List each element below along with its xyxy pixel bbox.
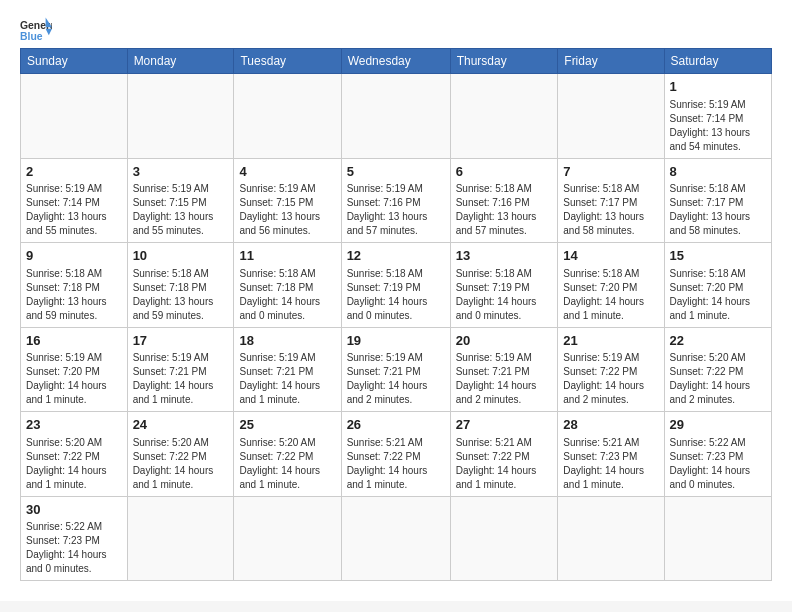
day-number: 9 bbox=[26, 247, 122, 265]
calendar-cell: 3Sunrise: 5:19 AM Sunset: 7:15 PM Daylig… bbox=[127, 158, 234, 243]
calendar-cell: 6Sunrise: 5:18 AM Sunset: 7:16 PM Daylig… bbox=[450, 158, 558, 243]
day-info: Sunrise: 5:18 AM Sunset: 7:18 PM Dayligh… bbox=[133, 267, 229, 323]
header: General Blue bbox=[20, 16, 772, 44]
day-number: 5 bbox=[347, 163, 445, 181]
day-info: Sunrise: 5:20 AM Sunset: 7:22 PM Dayligh… bbox=[670, 351, 766, 407]
day-number: 27 bbox=[456, 416, 553, 434]
day-number: 19 bbox=[347, 332, 445, 350]
calendar-cell: 28Sunrise: 5:21 AM Sunset: 7:23 PM Dayli… bbox=[558, 412, 664, 497]
calendar-cell bbox=[127, 74, 234, 159]
calendar-cell: 10Sunrise: 5:18 AM Sunset: 7:18 PM Dayli… bbox=[127, 243, 234, 328]
day-number: 21 bbox=[563, 332, 658, 350]
calendar-cell: 9Sunrise: 5:18 AM Sunset: 7:18 PM Daylig… bbox=[21, 243, 128, 328]
calendar-cell: 4Sunrise: 5:19 AM Sunset: 7:15 PM Daylig… bbox=[234, 158, 341, 243]
logo: General Blue bbox=[20, 16, 52, 44]
day-info: Sunrise: 5:19 AM Sunset: 7:21 PM Dayligh… bbox=[239, 351, 335, 407]
day-info: Sunrise: 5:18 AM Sunset: 7:19 PM Dayligh… bbox=[347, 267, 445, 323]
day-number: 22 bbox=[670, 332, 766, 350]
calendar-cell: 5Sunrise: 5:19 AM Sunset: 7:16 PM Daylig… bbox=[341, 158, 450, 243]
weekday-header-saturday: Saturday bbox=[664, 49, 771, 74]
day-number: 24 bbox=[133, 416, 229, 434]
day-info: Sunrise: 5:19 AM Sunset: 7:20 PM Dayligh… bbox=[26, 351, 122, 407]
day-info: Sunrise: 5:19 AM Sunset: 7:14 PM Dayligh… bbox=[26, 182, 122, 238]
day-info: Sunrise: 5:18 AM Sunset: 7:20 PM Dayligh… bbox=[670, 267, 766, 323]
day-number: 4 bbox=[239, 163, 335, 181]
calendar-table: SundayMondayTuesdayWednesdayThursdayFrid… bbox=[20, 48, 772, 581]
day-info: Sunrise: 5:19 AM Sunset: 7:22 PM Dayligh… bbox=[563, 351, 658, 407]
day-info: Sunrise: 5:18 AM Sunset: 7:17 PM Dayligh… bbox=[563, 182, 658, 238]
calendar-cell: 1Sunrise: 5:19 AM Sunset: 7:14 PM Daylig… bbox=[664, 74, 771, 159]
day-info: Sunrise: 5:20 AM Sunset: 7:22 PM Dayligh… bbox=[26, 436, 122, 492]
day-info: Sunrise: 5:21 AM Sunset: 7:23 PM Dayligh… bbox=[563, 436, 658, 492]
calendar-week-4: 16Sunrise: 5:19 AM Sunset: 7:20 PM Dayli… bbox=[21, 327, 772, 412]
calendar-cell bbox=[558, 496, 664, 581]
day-number: 12 bbox=[347, 247, 445, 265]
calendar-cell: 27Sunrise: 5:21 AM Sunset: 7:22 PM Dayli… bbox=[450, 412, 558, 497]
calendar-week-5: 23Sunrise: 5:20 AM Sunset: 7:22 PM Dayli… bbox=[21, 412, 772, 497]
day-number: 26 bbox=[347, 416, 445, 434]
weekday-header-monday: Monday bbox=[127, 49, 234, 74]
day-info: Sunrise: 5:18 AM Sunset: 7:18 PM Dayligh… bbox=[239, 267, 335, 323]
weekday-header-sunday: Sunday bbox=[21, 49, 128, 74]
calendar-cell bbox=[558, 74, 664, 159]
day-info: Sunrise: 5:20 AM Sunset: 7:22 PM Dayligh… bbox=[133, 436, 229, 492]
day-info: Sunrise: 5:18 AM Sunset: 7:20 PM Dayligh… bbox=[563, 267, 658, 323]
day-info: Sunrise: 5:19 AM Sunset: 7:16 PM Dayligh… bbox=[347, 182, 445, 238]
svg-marker-3 bbox=[46, 29, 52, 35]
day-info: Sunrise: 5:19 AM Sunset: 7:15 PM Dayligh… bbox=[133, 182, 229, 238]
calendar-cell: 15Sunrise: 5:18 AM Sunset: 7:20 PM Dayli… bbox=[664, 243, 771, 328]
day-number: 15 bbox=[670, 247, 766, 265]
day-number: 17 bbox=[133, 332, 229, 350]
day-info: Sunrise: 5:18 AM Sunset: 7:17 PM Dayligh… bbox=[670, 182, 766, 238]
calendar-week-3: 9Sunrise: 5:18 AM Sunset: 7:18 PM Daylig… bbox=[21, 243, 772, 328]
calendar-header: SundayMondayTuesdayWednesdayThursdayFrid… bbox=[21, 49, 772, 74]
calendar-cell bbox=[234, 74, 341, 159]
calendar-cell bbox=[21, 74, 128, 159]
weekday-header-friday: Friday bbox=[558, 49, 664, 74]
calendar-cell bbox=[450, 496, 558, 581]
day-number: 25 bbox=[239, 416, 335, 434]
day-info: Sunrise: 5:19 AM Sunset: 7:15 PM Dayligh… bbox=[239, 182, 335, 238]
weekday-header-wednesday: Wednesday bbox=[341, 49, 450, 74]
day-info: Sunrise: 5:22 AM Sunset: 7:23 PM Dayligh… bbox=[670, 436, 766, 492]
calendar-week-6: 30Sunrise: 5:22 AM Sunset: 7:23 PM Dayli… bbox=[21, 496, 772, 581]
day-number: 20 bbox=[456, 332, 553, 350]
calendar-cell: 24Sunrise: 5:20 AM Sunset: 7:22 PM Dayli… bbox=[127, 412, 234, 497]
calendar-cell: 7Sunrise: 5:18 AM Sunset: 7:17 PM Daylig… bbox=[558, 158, 664, 243]
day-number: 14 bbox=[563, 247, 658, 265]
calendar-cell: 14Sunrise: 5:18 AM Sunset: 7:20 PM Dayli… bbox=[558, 243, 664, 328]
day-number: 3 bbox=[133, 163, 229, 181]
calendar-cell: 19Sunrise: 5:19 AM Sunset: 7:21 PM Dayli… bbox=[341, 327, 450, 412]
calendar-body: 1Sunrise: 5:19 AM Sunset: 7:14 PM Daylig… bbox=[21, 74, 772, 581]
weekday-header-thursday: Thursday bbox=[450, 49, 558, 74]
svg-text:Blue: Blue bbox=[20, 31, 43, 42]
calendar-cell: 13Sunrise: 5:18 AM Sunset: 7:19 PM Dayli… bbox=[450, 243, 558, 328]
day-info: Sunrise: 5:21 AM Sunset: 7:22 PM Dayligh… bbox=[456, 436, 553, 492]
calendar-cell bbox=[234, 496, 341, 581]
day-info: Sunrise: 5:19 AM Sunset: 7:21 PM Dayligh… bbox=[456, 351, 553, 407]
calendar-cell: 21Sunrise: 5:19 AM Sunset: 7:22 PM Dayli… bbox=[558, 327, 664, 412]
calendar-cell: 26Sunrise: 5:21 AM Sunset: 7:22 PM Dayli… bbox=[341, 412, 450, 497]
day-number: 2 bbox=[26, 163, 122, 181]
day-info: Sunrise: 5:19 AM Sunset: 7:21 PM Dayligh… bbox=[133, 351, 229, 407]
day-number: 13 bbox=[456, 247, 553, 265]
calendar-cell: 18Sunrise: 5:19 AM Sunset: 7:21 PM Dayli… bbox=[234, 327, 341, 412]
day-number: 18 bbox=[239, 332, 335, 350]
calendar-cell: 8Sunrise: 5:18 AM Sunset: 7:17 PM Daylig… bbox=[664, 158, 771, 243]
day-info: Sunrise: 5:22 AM Sunset: 7:23 PM Dayligh… bbox=[26, 520, 122, 576]
calendar-cell bbox=[664, 496, 771, 581]
calendar-week-1: 1Sunrise: 5:19 AM Sunset: 7:14 PM Daylig… bbox=[21, 74, 772, 159]
day-info: Sunrise: 5:20 AM Sunset: 7:22 PM Dayligh… bbox=[239, 436, 335, 492]
calendar-cell: 22Sunrise: 5:20 AM Sunset: 7:22 PM Dayli… bbox=[664, 327, 771, 412]
calendar-cell: 25Sunrise: 5:20 AM Sunset: 7:22 PM Dayli… bbox=[234, 412, 341, 497]
weekday-header-tuesday: Tuesday bbox=[234, 49, 341, 74]
weekday-row: SundayMondayTuesdayWednesdayThursdayFrid… bbox=[21, 49, 772, 74]
page: General Blue SundayMondayTuesdayWednesda… bbox=[0, 0, 792, 601]
calendar-cell bbox=[341, 74, 450, 159]
calendar-cell bbox=[341, 496, 450, 581]
day-number: 7 bbox=[563, 163, 658, 181]
day-number: 28 bbox=[563, 416, 658, 434]
calendar-cell bbox=[127, 496, 234, 581]
day-number: 23 bbox=[26, 416, 122, 434]
calendar-cell bbox=[450, 74, 558, 159]
